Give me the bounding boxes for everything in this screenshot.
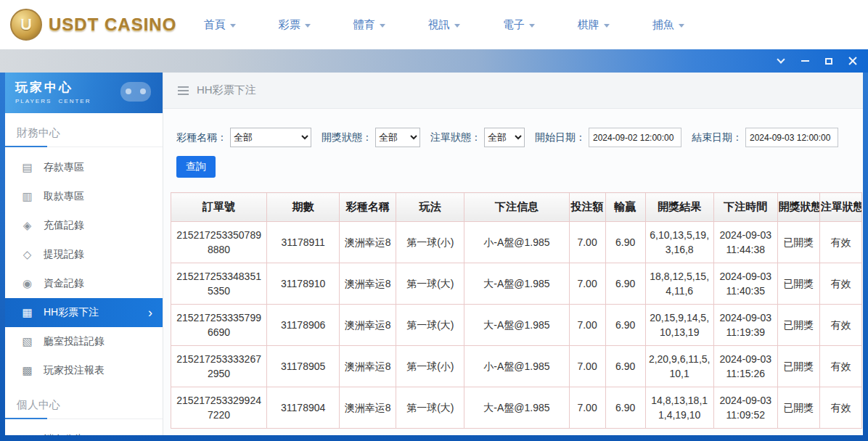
table-cell: 有效 <box>819 346 861 387</box>
window-maximize-icon[interactable] <box>822 54 835 67</box>
nav-item-label: 體育 <box>353 18 375 32</box>
table-cell: 7.00 <box>569 346 605 387</box>
table-cell: 7.00 <box>569 305 605 346</box>
table-cell: 2024-09-03 11:44:38 <box>713 222 777 263</box>
sidebar-item-label: 提現記錄 <box>44 248 84 261</box>
nav-item-2[interactable]: 彩票 <box>257 0 332 49</box>
sidebar-item-hall-bet-records[interactable]: ▧廳室投註記錄 <box>5 327 163 356</box>
table-cell: 第一球(小) <box>396 346 464 387</box>
table-cell: 2,20,9,6,11,5,10,1 <box>645 346 713 387</box>
table-cell: 2024-09-03 11:09:52 <box>713 387 777 429</box>
table-row: 215217253335799669031178906澳洲幸运8第一球(大)大-… <box>171 305 862 346</box>
order-status-filter-label: 注單狀態： <box>430 131 481 144</box>
window-rollup-icon[interactable] <box>774 54 787 67</box>
sidebar-item-hh-lottery-bets[interactable]: ▦HH彩票下注› <box>5 298 163 327</box>
table-cell: 31178911 <box>267 222 340 263</box>
table-cell: 31178905 <box>267 346 340 387</box>
menu-toggle-icon[interactable] <box>178 84 189 97</box>
logo-text: USDT CASINO <box>49 15 176 35</box>
table-cell: 已開獎 <box>777 263 819 305</box>
column-header: 注單狀態 <box>819 193 861 222</box>
nav-item-label: 彩票 <box>279 18 300 32</box>
table-cell: 2024-09-03 11:40:35 <box>713 263 777 305</box>
sidebar-item-label: 取款專區 <box>44 190 84 203</box>
draw-status-filter-label: 開獎狀態： <box>322 131 372 144</box>
nav-item-7[interactable]: 捕魚 <box>631 0 705 49</box>
page-title: HH彩票下注 <box>197 83 256 97</box>
table-cell: 澳洲幸运8 <box>340 346 396 387</box>
table-cell: 2152172533299247220 <box>171 387 267 429</box>
table-cell: 有效 <box>819 387 861 429</box>
table-row: 215217253350789888031178911澳洲幸运8第一球(小)小-… <box>171 222 862 263</box>
table-cell: 大-A盤@1.985 <box>464 387 569 429</box>
start-date-input[interactable] <box>589 128 681 147</box>
lottery-select[interactable]: 全部 <box>230 128 311 147</box>
window-close-icon[interactable] <box>846 54 859 67</box>
window-body: 玩家中心 PLAYERS CENTER 財務中心▤存款專區▥取款專區◈充值記錄◇… <box>5 73 863 435</box>
chevron-down-icon <box>604 24 610 28</box>
column-header: 投注額 <box>569 193 605 222</box>
table-cell: 第一球(小) <box>396 222 464 263</box>
table-cell: 小-A盤@1.985 <box>464 222 569 263</box>
logo[interactable]: U USDT CASINO <box>10 9 176 41</box>
gamepad-icon <box>120 82 151 102</box>
order-status-select[interactable]: 全部 <box>484 128 525 147</box>
app-window: 玩家中心 PLAYERS CENTER 財務中心▤存款專區▥取款專區◈充值記錄◇… <box>0 49 868 441</box>
start-date-label: 開始日期： <box>535 131 586 144</box>
nav-item-4[interactable]: 視訊 <box>406 0 481 49</box>
table-cell: 7.00 <box>569 263 605 305</box>
sidebar-section-label: 個人中心 <box>5 385 163 419</box>
sidebar-item-player-bet-report[interactable]: ▩玩家投注報表 <box>5 356 163 385</box>
deposit-icon: ▤ <box>21 161 33 174</box>
table-cell: 小-A盤@1.985 <box>464 346 569 387</box>
table-row: 215217253348351535031178910澳洲幸运8第一球(大)大-… <box>171 263 862 305</box>
sidebar-item-deposit-area[interactable]: ▤存款專區 <box>5 153 163 182</box>
sidebar-item-recharge-records[interactable]: ◈充值記錄 <box>5 211 163 240</box>
draw-status-select[interactable]: 全部 <box>375 128 420 147</box>
sidebar-menu: 財務中心▤存款專區▥取款專區◈充值記錄◇提現記錄◉資金記錄▦HH彩票下注›▧廳室… <box>5 113 163 435</box>
window-controls <box>774 49 859 73</box>
bets-table: 訂單號期數彩種名稱玩法下注信息投注額輸贏開獎結果下注時間開獎狀態注單狀態 215… <box>171 192 862 429</box>
table-cell: 2152172533507898880 <box>171 222 267 263</box>
cashout-icon: ◇ <box>21 248 33 261</box>
filter-bar: 彩種名稱： 全部 開獎狀態： 全部 注單狀態： 全部 開始日期： 結束日期： <box>176 128 863 147</box>
nav-item-6[interactable]: 棋牌 <box>556 0 631 49</box>
table-cell: 31178910 <box>267 263 340 305</box>
lottery-icon: ▦ <box>21 306 33 319</box>
sidebar-item-messages[interactable]: ◎消息公告 <box>5 425 163 435</box>
sidebar-item-label: 資金記錄 <box>44 277 84 290</box>
main-content: HH彩票下注 彩種名稱： 全部 開獎狀態： 全部 注單狀態： 全部 開始日期： <box>163 73 863 435</box>
table-cell: 大-A盤@1.985 <box>464 263 569 305</box>
table-cell: 2152172533483515350 <box>171 263 267 305</box>
column-header: 玩法 <box>396 193 464 222</box>
table-cell: 31178904 <box>267 387 340 429</box>
recharge-icon: ◈ <box>21 219 33 232</box>
table-cell: 第一球(大) <box>396 387 464 429</box>
table-cell: 6.90 <box>605 305 645 346</box>
table-cell: 7.00 <box>569 387 605 429</box>
sidebar-header: 玩家中心 PLAYERS CENTER <box>5 73 163 113</box>
table-cell: 澳洲幸运8 <box>340 263 396 305</box>
nav-item-5[interactable]: 電子 <box>481 0 556 49</box>
sidebar-item-withdraw-area[interactable]: ▥取款專區 <box>5 182 163 211</box>
table-cell: 澳洲幸运8 <box>340 387 396 429</box>
end-date-label: 結束日期： <box>692 131 742 144</box>
table-cell: 6.90 <box>605 222 645 263</box>
table-cell: 第一球(大) <box>396 263 464 305</box>
logo-icon: U <box>10 9 42 41</box>
logo-initial: U <box>20 15 32 34</box>
end-date-input[interactable] <box>745 128 838 147</box>
window-minimize-icon[interactable] <box>798 54 811 67</box>
sidebar-item-withdrawal-records[interactable]: ◇提現記錄 <box>5 240 163 269</box>
table-cell: 有效 <box>819 222 861 263</box>
sidebar: 玩家中心 PLAYERS CENTER 財務中心▤存款專區▥取款專區◈充值記錄◇… <box>5 73 163 435</box>
nav-item-1[interactable]: 首頁 <box>182 0 257 49</box>
column-header: 輸贏 <box>605 193 645 222</box>
chevron-down-icon <box>454 24 460 28</box>
nav-item-3[interactable]: 體育 <box>332 0 406 49</box>
search-button[interactable]: 查詢 <box>176 156 216 178</box>
chevron-down-icon <box>230 24 236 28</box>
chevron-right-icon: › <box>148 306 152 319</box>
table-cell: 18,8,12,5,15,4,11,6 <box>645 263 713 305</box>
sidebar-item-funds-records[interactable]: ◉資金記錄 <box>5 269 163 298</box>
